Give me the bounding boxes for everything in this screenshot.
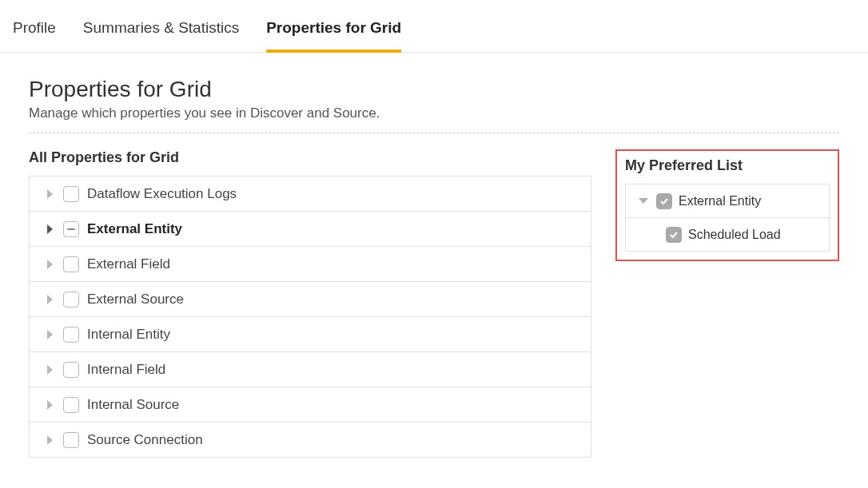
chevron-right-icon[interactable] bbox=[44, 294, 55, 305]
tree-row-label: Internal Source bbox=[87, 397, 179, 413]
preferred-list-highlight: My Preferred List External EntitySchedul… bbox=[615, 149, 839, 261]
tree-row[interactable]: External Field bbox=[30, 247, 591, 282]
tree-row[interactable]: Internal Source bbox=[30, 387, 591, 423]
checkbox[interactable] bbox=[63, 362, 79, 378]
chevron-right-icon[interactable] bbox=[44, 224, 55, 235]
main-content: Properties for Grid Manage which propert… bbox=[0, 53, 868, 458]
tab-profile[interactable]: Profile bbox=[13, 19, 56, 52]
chevron-right-icon[interactable] bbox=[44, 364, 55, 375]
tree-row[interactable]: Dataflow Execution Logs bbox=[30, 177, 591, 212]
tab-properties[interactable]: Properties for Grid bbox=[266, 19, 401, 52]
tree-row-label: Internal Field bbox=[87, 362, 165, 378]
chevron-right-icon[interactable] bbox=[44, 188, 55, 200]
checkbox[interactable] bbox=[63, 256, 79, 272]
tab-summaries[interactable]: Summaries & Statistics bbox=[83, 19, 239, 52]
tree-row-label: Source Connection bbox=[87, 432, 203, 448]
preferred-list-tree: External EntityScheduled Load bbox=[625, 184, 830, 252]
tree-row[interactable]: Source Connection bbox=[30, 423, 591, 458]
all-properties-tree: Dataflow Execution LogsExternal EntityEx… bbox=[29, 176, 591, 458]
chevron-right-icon[interactable] bbox=[44, 329, 55, 340]
page-subtitle: Manage which properties you see in Disco… bbox=[29, 105, 839, 121]
tree-row-label: Dataflow Execution Logs bbox=[87, 186, 237, 202]
chevron-right-icon[interactable] bbox=[44, 434, 55, 446]
tree-row-label: External Source bbox=[87, 292, 184, 307]
tree-row[interactable]: Internal Field bbox=[30, 352, 591, 387]
chevron-down-icon[interactable] bbox=[637, 196, 650, 206]
chevron-right-icon[interactable] bbox=[44, 259, 55, 270]
checkbox[interactable] bbox=[63, 327, 79, 343]
preferred-row[interactable]: External Entity bbox=[626, 184, 829, 218]
preferred-row-label: External Entity bbox=[679, 194, 761, 208]
checkbox[interactable] bbox=[63, 397, 79, 413]
divider bbox=[29, 133, 839, 133]
checkbox[interactable] bbox=[63, 221, 79, 237]
chevron-right-icon[interactable] bbox=[44, 399, 55, 411]
tab-bar: Profile Summaries & Statistics Propertie… bbox=[0, 0, 868, 53]
tree-row[interactable]: External Entity bbox=[30, 212, 591, 247]
all-properties-heading: All Properties for Grid bbox=[29, 149, 591, 166]
preferred-row[interactable]: Scheduled Load bbox=[626, 218, 829, 252]
tree-row-label: External Field bbox=[87, 256, 170, 272]
page-title: Properties for Grid bbox=[29, 77, 839, 102]
tree-row[interactable]: External Source bbox=[30, 282, 591, 317]
checkbox[interactable] bbox=[63, 186, 79, 202]
preferred-row-label: Scheduled Load bbox=[688, 228, 781, 242]
checkbox[interactable] bbox=[656, 193, 672, 209]
checkbox[interactable] bbox=[63, 292, 79, 307]
tree-row-label: External Entity bbox=[87, 221, 182, 237]
tree-row-label: Internal Entity bbox=[87, 327, 170, 343]
checkbox[interactable] bbox=[63, 432, 79, 448]
tree-row[interactable]: Internal Entity bbox=[30, 317, 591, 352]
preferred-list-heading: My Preferred List bbox=[625, 157, 830, 174]
checkbox[interactable] bbox=[666, 227, 682, 243]
